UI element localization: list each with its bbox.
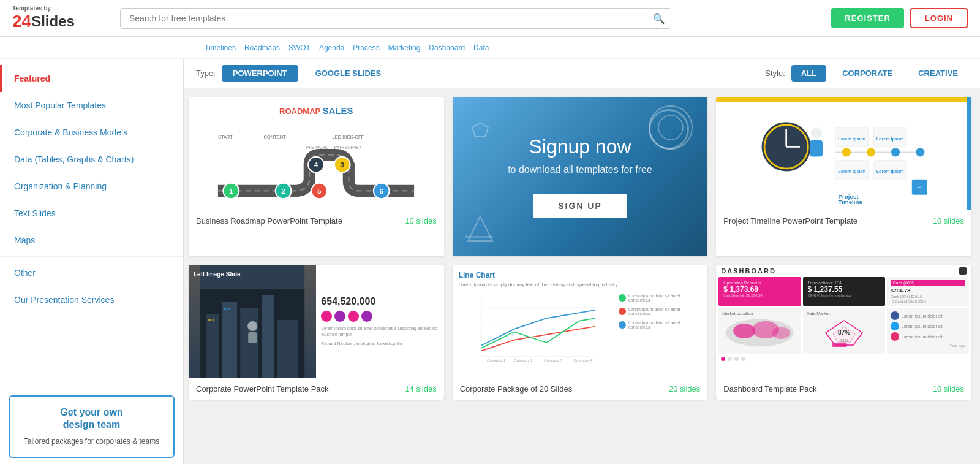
sidebar: Featured Most Popular Templates Corporat… xyxy=(0,59,184,464)
corp-text-2: Richard Nicolson, in Virginia, looked up… xyxy=(321,341,439,347)
sidebar-item-maps[interactable]: Maps xyxy=(0,227,183,254)
type-powerpoint-btn[interactable]: POWERPOINT xyxy=(222,65,298,82)
search-input[interactable] xyxy=(120,8,671,29)
template-card-roadmap[interactable]: ROADMAP SALES 1 2 xyxy=(189,97,444,256)
dash-value-2: $ 1,237.55 xyxy=(808,285,880,294)
tag-dashboard[interactable]: Dashboard xyxy=(426,42,467,53)
svg-text:Category 2: Category 2 xyxy=(514,358,533,362)
svg-text:3: 3 xyxy=(341,161,345,169)
svg-text:Category 3: Category 3 xyxy=(544,358,563,362)
signup-deco-pentagon xyxy=(471,121,489,140)
corp-city-svg xyxy=(189,265,316,378)
svg-text:4: 4 xyxy=(314,161,318,169)
signup-card: Signup now to download all templates for… xyxy=(453,97,708,256)
style-creative-btn[interactable]: CREATIVE xyxy=(908,65,968,82)
dash-ig-icon xyxy=(891,332,899,341)
svg-point-18 xyxy=(658,115,683,140)
svg-text:Lorem ipsum: Lorem ipsum xyxy=(876,169,904,174)
svg-point-31 xyxy=(916,148,924,156)
template-card-timeline[interactable]: Lorem ipsum Lorem ipsum Lorem ipsum Lore… xyxy=(716,97,971,256)
signup-button[interactable]: SIGN UP xyxy=(533,194,627,218)
data-market-svg: 87% 42% xyxy=(807,318,881,348)
linechart-text-1: Lorem ipsum dolor sit amet consectetur xyxy=(628,294,701,302)
sidebar-item-text[interactable]: Text Slides xyxy=(0,200,183,227)
dash-value-1: $ 1,373.68 xyxy=(723,285,796,294)
sidebar-item-data[interactable]: Data (Tables, Graphs & Charts) xyxy=(0,146,183,173)
tag-roadmaps[interactable]: Roadmaps xyxy=(242,42,282,53)
sidebar-divider xyxy=(0,256,183,257)
corp-image-section: Left Image Slide xyxy=(189,265,316,378)
dash-sub-1: Last Deposit: $1,596.34 xyxy=(723,294,796,297)
corp-layout: Left Image Slide 654,520,000 Lorem ipsum… xyxy=(189,265,444,378)
sidebar-item-featured[interactable]: Featured xyxy=(0,65,183,92)
type-google-btn[interactable]: GOOGLE SLIDES xyxy=(304,65,393,82)
svg-point-75 xyxy=(772,327,790,339)
login-button[interactable]: LOGIN xyxy=(910,8,968,28)
template-card-signup[interactable]: Signup now to download all templates for… xyxy=(453,97,708,256)
tag-data[interactable]: Data xyxy=(471,42,491,53)
style-label: Style: xyxy=(765,69,785,78)
template-card-dashboard[interactable]: DASHBOARD Upcoming Deposits $ 1,373.68 L… xyxy=(716,265,971,400)
svg-rect-47 xyxy=(222,302,237,378)
svg-text:Lorem ipsum: Lorem ipsum xyxy=(876,137,904,142)
svg-text:PRE-WORK: PRE-WORK xyxy=(306,145,328,150)
linechart-item-3: Lorem ipsum dolor sit amet consectetur xyxy=(619,321,701,329)
signup-deco-triangle xyxy=(465,213,496,244)
tag-timelines[interactable]: Timelines xyxy=(202,42,238,53)
tag-agenda[interactable]: Agenda xyxy=(317,42,347,53)
dashboard-card-6: Lorem ipsum dolor sit Lorem ipsum dolor … xyxy=(887,308,969,354)
dash-social-3: Lorem ipsum dolor sit xyxy=(891,332,965,341)
svg-text:Lorem ipsum: Lorem ipsum xyxy=(839,169,866,174)
tag-swot[interactable]: SWOT xyxy=(286,42,313,53)
sidebar-item-corporate-business[interactable]: Corporate & Business Models xyxy=(0,119,183,146)
search-button[interactable]: 🔍 xyxy=(653,12,665,24)
svg-text:Category 1: Category 1 xyxy=(487,358,506,362)
timeline-yellow-bar xyxy=(716,97,971,102)
svg-rect-46 xyxy=(206,314,219,378)
tag-bar: Timelines Roadmaps SWOT Agenda Process M… xyxy=(0,37,980,59)
corp-data-section: 654,520,000 Lorem ipsum dolor sit amet c… xyxy=(316,265,443,378)
roadmap-label-roadmap: ROADMAP xyxy=(279,107,323,116)
linechart-title: Line Chart xyxy=(459,271,702,280)
style-filter: Style: ALL CORPORATE CREATIVE xyxy=(765,65,968,82)
dashboard-card-4: Market Location xyxy=(718,308,801,354)
svg-point-30 xyxy=(891,148,900,156)
dash-label-2: Transactions: 134 xyxy=(808,281,880,285)
dash-fb-icon xyxy=(891,311,899,320)
linechart-icon-1 xyxy=(619,294,626,302)
sidebar-item-services[interactable]: Our Presentation Services xyxy=(0,286,183,313)
svg-text:5: 5 xyxy=(317,187,322,195)
svg-rect-26 xyxy=(810,140,823,157)
linechart-text-2: Lorem ipsum dolor sit amet consectetur xyxy=(628,307,701,316)
card-title-corporate: Corporate PowerPoint Template Pack xyxy=(196,384,329,394)
tag-process[interactable]: Process xyxy=(350,42,382,53)
dash-label-1: Upcoming Deposits xyxy=(723,281,796,285)
svg-text:Category 4: Category 4 xyxy=(573,358,592,362)
svg-point-17 xyxy=(649,106,692,149)
timeline-svg: Lorem ipsum Lorem ipsum Lorem ipsum Lore… xyxy=(722,103,965,204)
template-card-linechart[interactable]: Line Chart Lorem ipsum is simply dummy t… xyxy=(453,265,708,400)
style-corporate-btn[interactable]: CORPORATE xyxy=(832,65,902,82)
template-card-corporate[interactable]: Left Image Slide 654,520,000 Lorem ipsum… xyxy=(189,265,444,400)
header: Templates by 24 Slides 🔍 REGISTER LOGIN xyxy=(0,0,980,37)
register-button[interactable]: REGISTER xyxy=(831,8,903,28)
dashboard-top-row: Upcoming Deposits $ 1,373.68 Last Deposi… xyxy=(718,277,969,306)
logo-by-text: Templates by xyxy=(12,5,75,12)
card-slides-dashboard: 10 slides xyxy=(933,384,964,394)
sidebar-item-other[interactable]: Other xyxy=(0,259,183,286)
sidebar-item-org-planning[interactable]: Organization & Planning xyxy=(0,173,183,200)
sidebar-item-popular[interactable]: Most Popular Templates xyxy=(0,92,183,119)
timeline-thumb: Lorem ipsum Lorem ipsum Lorem ipsum Lore… xyxy=(716,97,971,210)
dash-social-text-1: Lorem ipsum dolor sit xyxy=(902,314,943,318)
tag-marketing[interactable]: Marketing xyxy=(386,42,423,53)
type-label: Type: xyxy=(196,69,216,78)
card-title-linechart: Corporate Package of 20 Slides xyxy=(460,384,573,394)
template-grid: ROADMAP SALES 1 2 xyxy=(184,88,980,408)
logo-24: 24 xyxy=(12,12,31,31)
linechart-text-3: Lorem ipsum dolor sit amet consectetur xyxy=(628,321,701,329)
svg-rect-54 xyxy=(227,308,230,310)
dashboard-card-5: Data Market 87% 42% xyxy=(803,308,885,354)
style-all-btn[interactable]: ALL xyxy=(791,65,826,82)
logo-brand: Slides xyxy=(31,13,75,30)
svg-point-55 xyxy=(247,321,257,331)
